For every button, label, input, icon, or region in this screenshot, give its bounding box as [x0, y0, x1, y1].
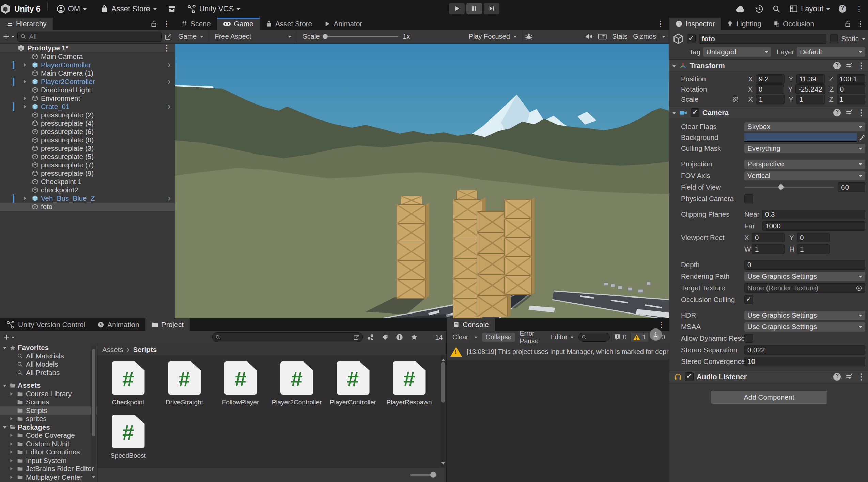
position-y-field[interactable]: 11.39 [796, 74, 825, 84]
asset-tile[interactable]: SpeedBoost [111, 415, 145, 460]
hierarchy-item[interactable]: pressureplate (7) [0, 161, 175, 170]
console-search[interactable] [578, 333, 610, 342]
hierarchy-item[interactable]: Checkpoint 1 [0, 178, 175, 186]
panel-menu-icon[interactable] [162, 19, 171, 29]
play-button[interactable] [449, 3, 465, 14]
camera-header[interactable]: Camera [669, 107, 868, 119]
scale-slider[interactable] [323, 36, 398, 37]
asset-tile[interactable]: Player2Controller [280, 362, 314, 406]
hierarchy-item[interactable]: pressureplate (3) [0, 144, 175, 153]
expand-icon[interactable] [24, 105, 28, 109]
hierarchy-item[interactable]: pressureplate (9) [0, 169, 175, 178]
foldout-icon[interactable] [19, 47, 23, 51]
clear-button[interactable]: Clear [449, 333, 481, 342]
unity-vcs-menu[interactable]: Unity VCS [187, 4, 240, 14]
tree-scrollbar-thumb[interactable] [92, 349, 95, 436]
unlock-icon[interactable] [844, 20, 852, 28]
depth-field[interactable]: 0 [744, 260, 865, 270]
tab-hierarchy[interactable]: Hierarchy [0, 18, 53, 30]
asset-tile[interactable]: PlayerController [336, 362, 370, 406]
scene-row[interactable]: Prototype 1* [0, 44, 175, 52]
foldout-icon[interactable] [3, 426, 6, 430]
open-window-icon[interactable] [353, 334, 360, 340]
add-object-icon[interactable] [3, 33, 10, 40]
importance-icon[interactable] [396, 334, 403, 341]
far-clip-field[interactable]: 1000 [762, 221, 865, 231]
folder-item[interactable]: Scenes [0, 398, 97, 406]
panel-menu-icon[interactable] [657, 320, 665, 330]
folder-item-selected[interactable]: Scripts [0, 406, 97, 415]
scene-menu-icon[interactable] [162, 43, 171, 53]
expand-icon[interactable] [10, 417, 14, 420]
help-icon[interactable] [833, 373, 841, 381]
tab-occlusion[interactable]: Occlusion [768, 18, 820, 30]
info-count-toggle[interactable]: 0 [611, 333, 629, 342]
filter-by-label-icon[interactable] [382, 334, 388, 341]
history-icon[interactable] [755, 4, 763, 13]
hdr-dropdown[interactable]: Use Graphics Settings [744, 311, 865, 320]
hierarchy-item[interactable]: Main Camera [0, 52, 175, 61]
archive-button[interactable] [168, 5, 176, 13]
editor-dropdown[interactable]: Editor [547, 333, 577, 342]
prefab-chevron-icon[interactable] [168, 194, 171, 203]
hierarchy-item[interactable]: Directional Light [0, 86, 175, 94]
tab-game[interactable]: Game [217, 18, 260, 30]
rotation-y-field[interactable]: -25.242 [795, 84, 825, 94]
projection-dropdown[interactable]: Perspective [744, 160, 865, 169]
near-clip-field[interactable]: 0.3 [762, 210, 865, 219]
foldout-icon[interactable] [672, 112, 676, 116]
occlusion-culling-checkbox[interactable] [744, 295, 753, 304]
viewport-w-field[interactable]: 1 [752, 244, 785, 254]
gizmos-dropdown[interactable]: Gizmos [633, 33, 665, 41]
search-icon[interactable] [772, 5, 781, 13]
asset-tile[interactable]: Checkpoint [111, 362, 145, 406]
foldout-icon[interactable] [3, 385, 6, 389]
expand-icon[interactable] [10, 476, 14, 479]
tab-console[interactable]: Console [447, 318, 495, 331]
stats-toggle[interactable]: Stats [612, 33, 628, 41]
component-menu-icon[interactable] [857, 61, 865, 70]
object-picker-icon[interactable] [856, 285, 862, 291]
foldout-icon[interactable] [672, 65, 676, 69]
fov-slider-thumb[interactable] [778, 184, 784, 190]
prefab-chevron-icon[interactable] [168, 102, 171, 111]
hierarchy-item[interactable]: PlayerController [0, 61, 175, 69]
mute-audio-icon[interactable] [585, 33, 592, 41]
scale-x-field[interactable]: 1 [756, 95, 785, 104]
hierarchy-item[interactable]: pressureplate (4) [0, 119, 175, 128]
help-button[interactable] [839, 5, 846, 13]
component-menu-icon[interactable] [857, 108, 865, 117]
package-item[interactable]: Custom NUnit [0, 440, 97, 448]
audio-listener-header[interactable]: Audio Listener [669, 371, 868, 383]
hierarchy-item[interactable]: Veh_Bus_Blue_Z [0, 194, 175, 203]
favorites-item[interactable]: All Models [0, 360, 97, 369]
scroll-up-icon[interactable] [441, 357, 445, 361]
project-search-input[interactable] [223, 333, 351, 342]
hierarchy-item[interactable]: pressureplate (2) [0, 111, 175, 119]
presets-icon[interactable] [846, 109, 852, 116]
scale-z-field[interactable]: 1 [837, 95, 866, 104]
more-menu-icon[interactable] [855, 4, 863, 14]
help-icon[interactable] [833, 109, 841, 116]
hierarchy-item[interactable]: pressureplate (8) [0, 136, 175, 144]
viewport-h-field[interactable]: 1 [797, 244, 830, 254]
console-log-entry[interactable]: [13:08:19] This project uses Input Manag… [447, 343, 669, 360]
hierarchy-search[interactable] [17, 32, 162, 42]
expand-icon[interactable] [10, 459, 14, 462]
physical-camera-checkbox[interactable] [744, 194, 753, 203]
expand-icon[interactable] [10, 442, 14, 446]
eyedropper-icon[interactable] [859, 134, 865, 141]
asset-tile[interactable]: PlayerRespawn [392, 362, 426, 406]
hierarchy-item[interactable]: Environment [0, 94, 175, 103]
gameobject-name-field[interactable]: foto [699, 34, 826, 44]
culling-mask-dropdown[interactable]: Everything [744, 144, 865, 153]
tab-animator[interactable]: Animator [318, 18, 368, 30]
error-pause-toggle[interactable]: Error Pause [516, 333, 546, 342]
hierarchy-item[interactable]: Crate_01 [0, 102, 175, 111]
rotation-z-field[interactable]: 0 [837, 84, 865, 94]
favorites-root[interactable]: Favorites [0, 343, 97, 352]
warning-count-toggle[interactable]: 1 [630, 333, 648, 342]
favorites-item[interactable]: All Prefabs [0, 369, 97, 377]
layout-dropdown[interactable]: Layout [790, 4, 830, 13]
aspect-dropdown[interactable]: Free Aspect [211, 30, 295, 43]
